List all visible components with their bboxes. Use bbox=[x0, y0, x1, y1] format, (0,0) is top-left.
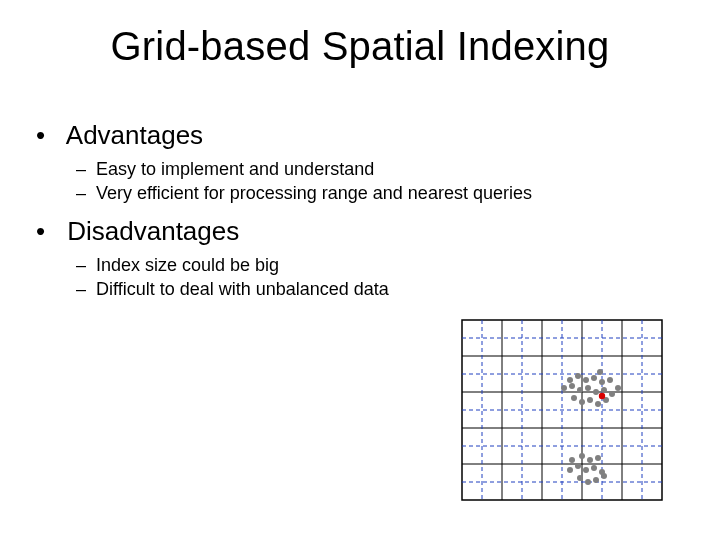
svg-point-38 bbox=[561, 385, 567, 391]
svg-point-44 bbox=[591, 465, 597, 471]
svg-point-40 bbox=[587, 457, 593, 463]
list-item: Difficult to deal with unbalanced data bbox=[96, 277, 680, 301]
svg-point-31 bbox=[595, 401, 601, 407]
svg-point-23 bbox=[569, 383, 575, 389]
heading-text: Advantages bbox=[66, 120, 203, 150]
svg-point-50 bbox=[569, 457, 575, 463]
svg-point-25 bbox=[585, 385, 591, 391]
svg-point-34 bbox=[615, 385, 621, 391]
svg-point-51 bbox=[567, 467, 573, 473]
svg-point-19 bbox=[575, 373, 581, 379]
list-item: Index size could be big bbox=[96, 253, 680, 277]
slide-title: Grid-based Spatial Indexing bbox=[0, 24, 720, 69]
section-heading-disadvantages: Disadvantages Index size could be big Di… bbox=[40, 216, 680, 302]
svg-point-21 bbox=[591, 375, 597, 381]
svg-point-48 bbox=[593, 477, 599, 483]
svg-point-42 bbox=[575, 463, 581, 469]
svg-point-46 bbox=[577, 475, 583, 481]
svg-point-36 bbox=[597, 369, 603, 375]
svg-point-39 bbox=[579, 453, 585, 459]
svg-point-27 bbox=[601, 387, 607, 393]
slide-body: Advantages Easy to implement and underst… bbox=[40, 120, 680, 311]
svg-point-26 bbox=[593, 389, 599, 395]
heading-text: Disadvantages bbox=[67, 216, 239, 246]
svg-point-37 bbox=[567, 377, 573, 383]
svg-point-24 bbox=[577, 387, 583, 393]
svg-point-43 bbox=[583, 467, 589, 473]
svg-point-35 bbox=[607, 377, 613, 383]
list-item: Very efficient for processing range and … bbox=[96, 181, 680, 205]
svg-point-47 bbox=[585, 479, 591, 485]
svg-point-22 bbox=[599, 379, 605, 385]
grid-diagram bbox=[452, 310, 672, 510]
svg-point-41 bbox=[595, 455, 601, 461]
svg-point-28 bbox=[571, 395, 577, 401]
list-item: Easy to implement and understand bbox=[96, 157, 680, 181]
svg-point-49 bbox=[601, 473, 607, 479]
svg-point-52 bbox=[599, 393, 605, 399]
svg-point-29 bbox=[579, 399, 585, 405]
svg-point-20 bbox=[583, 377, 589, 383]
section-heading-advantages: Advantages Easy to implement and underst… bbox=[40, 120, 680, 206]
svg-point-30 bbox=[587, 397, 593, 403]
svg-point-33 bbox=[609, 391, 615, 397]
